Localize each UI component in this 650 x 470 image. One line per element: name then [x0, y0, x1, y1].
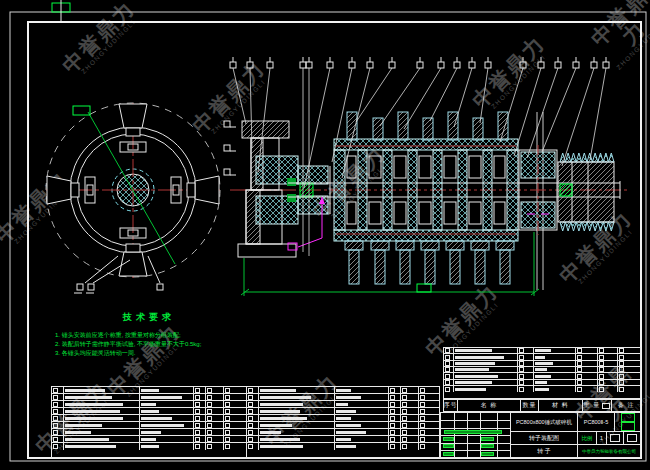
parts-list-row — [247, 394, 440, 401]
part-balloon — [520, 62, 526, 68]
col-seq: 序号 — [444, 400, 458, 411]
parts-list-right — [443, 347, 641, 399]
tech-req-item: 3. 各锤头均应能灵活转动一周. — [55, 349, 225, 358]
part-balloon — [573, 62, 579, 68]
parts-list-row — [52, 436, 246, 443]
part-balloon — [247, 62, 253, 68]
parts-list-block — [246, 387, 440, 457]
col-weight: 重 量 — [583, 400, 613, 411]
part-name: 转 子 — [511, 445, 578, 457]
signature-entry — [481, 437, 494, 441]
part-balloon — [349, 62, 355, 68]
parts-list-header: 序号 名 称 数量 材 料 重 量 备 注 — [443, 399, 641, 412]
col-material: 材 料 — [539, 400, 583, 411]
company-name: 中誉鼎力智能装备有限公司 — [578, 445, 640, 457]
parts-list-row — [52, 408, 246, 415]
rotor-end-view — [46, 103, 236, 293]
weight-subbox — [602, 403, 610, 409]
tech-req-item: 2. 装配后转子需作静平衡试验, 不平衡重量不大于0.5kg; — [55, 340, 225, 349]
col-qty: 数量 — [521, 400, 539, 411]
sheet-count: 1 — [597, 432, 607, 444]
part-balloon — [438, 62, 444, 68]
rotor-section-view — [230, 112, 627, 296]
overall-dimension — [241, 232, 539, 296]
scale-label: 比例 — [578, 432, 597, 444]
signature-entry — [443, 444, 454, 448]
part-balloon — [555, 62, 561, 68]
drawing-name: 转子装配图 — [511, 432, 578, 444]
signature-entry — [481, 452, 494, 456]
part-balloon — [367, 62, 373, 68]
drawing-code: PC800Ⅱ-5 — [578, 413, 615, 431]
signature-entry — [481, 444, 494, 448]
field-box — [624, 432, 640, 444]
part-balloon — [538, 62, 544, 68]
tech-req-title: 技术要求 — [73, 311, 225, 324]
title-block: PC800x800锤式破碎机 PC800Ⅱ-5 转子装配图 比例 1 转 子 中… — [440, 412, 641, 458]
part-balloon — [300, 62, 306, 68]
part-balloon — [327, 62, 333, 68]
revision-boxes — [615, 413, 640, 431]
parts-list-left — [51, 386, 440, 458]
col-remark: 备 注 — [612, 400, 640, 411]
balance-tag — [73, 106, 90, 115]
col-weight-label: 重 量 — [584, 401, 601, 410]
parts-list-row — [247, 443, 440, 450]
title-block-main: PC800x800锤式破碎机 PC800Ⅱ-5 转子装配图 比例 1 转 子 中… — [511, 413, 640, 457]
parts-list-row — [247, 387, 440, 394]
part-balloon — [389, 62, 395, 68]
signature-entry — [444, 430, 502, 434]
parts-list-row — [247, 429, 440, 436]
part-balloon — [267, 62, 273, 68]
parts-list-row — [52, 415, 246, 422]
dimension-label — [417, 284, 431, 292]
revision-box — [621, 422, 635, 431]
part-balloon — [469, 62, 475, 68]
part-balloon — [603, 62, 609, 68]
parts-list-row — [247, 422, 440, 429]
signature-grid — [441, 413, 511, 457]
parts-list-block — [52, 387, 246, 457]
tech-req-item: 1. 锤头安装前应逐个称重, 按重量对称分组装配; — [55, 331, 225, 340]
parts-list-row — [444, 386, 640, 392]
part-balloon — [591, 62, 597, 68]
parts-list-row — [52, 443, 246, 450]
technical-requirements: 技术要求 1. 锤头安装前应逐个称重, 按重量对称分组装配; 2. 装配后转子需… — [55, 311, 225, 358]
parts-list-row — [247, 408, 440, 415]
parts-list-row — [52, 429, 246, 436]
parts-list-row — [52, 387, 246, 394]
product-title: PC800x800锤式破碎机 — [511, 413, 578, 431]
parts-list-row — [52, 422, 246, 429]
part-balloon — [454, 62, 460, 68]
col-name: 名 称 — [458, 400, 521, 411]
signature-entry — [443, 452, 454, 456]
parts-list-row — [52, 394, 246, 401]
part-balloon — [485, 62, 491, 68]
cad-viewport: 中誉鼎力ZHONGYUDINGLI中誉鼎力ZHONGYUDINGLI中誉鼎力ZH… — [0, 0, 650, 470]
field-box — [607, 432, 624, 444]
parts-list-row — [247, 436, 440, 443]
parts-list-row — [247, 401, 440, 408]
signature-entry — [443, 437, 454, 441]
parts-list-row — [52, 401, 246, 408]
part-balloon — [306, 62, 312, 68]
part-balloon — [230, 62, 236, 68]
part-balloon — [417, 62, 423, 68]
revision-box — [621, 413, 635, 422]
parts-list-row — [247, 415, 440, 422]
